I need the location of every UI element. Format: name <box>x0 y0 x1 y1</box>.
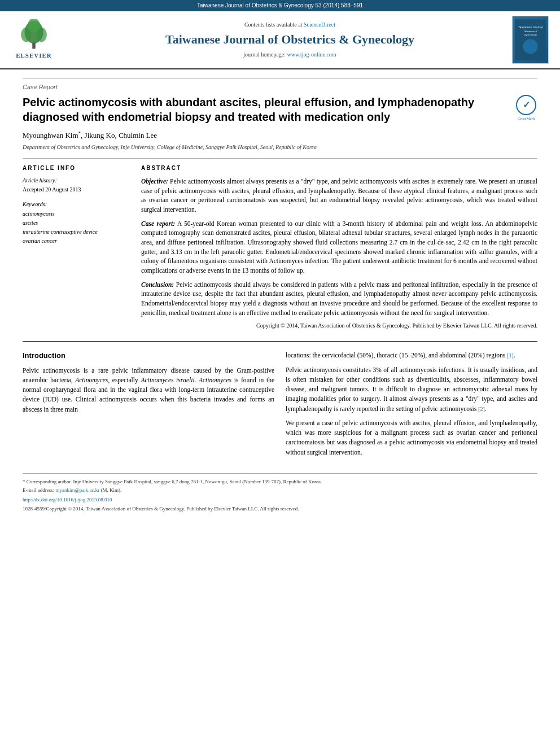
banner-text: Taiwanese Journal of Obstetrics & Gyneco… <box>197 2 363 8</box>
email-footnote: E-mail address: myankim@paik.ac.kr (M. K… <box>23 487 537 494</box>
conclusion-label: Conclusion: <box>141 281 174 288</box>
keyword-item: actinomycosis <box>23 209 130 219</box>
case-report-abstract-label: Case report: <box>141 220 175 227</box>
case-report-text: A 50-year-old Korean woman presented to … <box>141 220 537 274</box>
article-history-label: Article history: <box>23 177 130 185</box>
intro-para3: We present a case of pelvic actinomycosi… <box>286 418 537 457</box>
crossmark-label: CrossMark <box>517 116 535 122</box>
crossmark: ✓ CrossMark <box>515 95 537 122</box>
email-link[interactable]: myankim@paik.ac.kr <box>55 487 99 493</box>
svg-text:Gynecology: Gynecology <box>524 33 537 36</box>
affiliation: Department of Obstetrics and Gynecology,… <box>23 143 537 151</box>
intro-para1: Pelvic actinomycosis is a rare pelvic in… <box>23 366 274 414</box>
copyright: Copyright © 2014, Taiwan Association of … <box>141 322 537 330</box>
svg-text:Obstetrics &: Obstetrics & <box>524 30 537 33</box>
intro-para2: Pelvic actinomycosis constitutes 3% of a… <box>286 365 537 414</box>
elsevier-label: ELSEVIER <box>16 51 52 60</box>
objective-label: Objective: <box>141 178 168 185</box>
journal-homepage: journal homepage: www.tjog-online.com <box>68 51 512 59</box>
sciencedirect-link[interactable]: ScienceDirect <box>304 21 335 28</box>
doi-link[interactable]: http://dx.doi.org/10.1016/j.tjog.2013.08… <box>23 496 537 504</box>
abstract-column: ABSTRACT Objective: Pelvic actinomycosis… <box>141 164 537 330</box>
corresponding-footnote: * Corresponding author. Inje University … <box>23 478 537 486</box>
journal-center: Contents lists available at ScienceDirec… <box>68 21 512 59</box>
svg-text:Taiwanese Journal: Taiwanese Journal <box>518 25 542 29</box>
body-col-left: Introduction Pelvic actinomycosis is a r… <box>23 351 274 462</box>
body-col-right: locations: the cervicofacial (50%), thor… <box>286 351 537 462</box>
sciencedirect-line: Contents lists available at ScienceDirec… <box>68 21 512 29</box>
keywords-list: actinomycosis ascites intrauterine contr… <box>23 209 130 246</box>
journal-header: ELSEVIER Contents lists available at Sci… <box>0 11 560 69</box>
crossmark-icon: ✓ <box>516 95 536 115</box>
keyword-item: ascites <box>23 219 130 228</box>
abstract-conclusion: Conclusion: Pelvic actinomycosis should … <box>141 280 537 318</box>
introduction-heading: Introduction <box>23 351 274 361</box>
journal-title: Taiwanese Journal of Obstetrics & Gyneco… <box>68 31 512 49</box>
conclusion-text: Pelvic actinomycosis should always be co… <box>141 281 537 316</box>
objective-text: Pelvic actinomycosis almost always prese… <box>141 178 537 213</box>
article-history-value: Accepted 20 August 2013 <box>23 186 130 194</box>
two-col-layout: ARTICLE INFO Article history: Accepted 2… <box>23 158 537 330</box>
footnote-area: * Corresponding author. Inje University … <box>23 473 537 512</box>
article-info-heading: ARTICLE INFO <box>23 164 130 172</box>
svg-point-10 <box>526 42 535 51</box>
keyword-item: intrauterine contraceptive device <box>23 228 130 237</box>
elsevier-tree-icon <box>17 19 51 50</box>
case-report-label: Case Report <box>23 78 537 91</box>
body-section: Introduction Pelvic actinomycosis is a r… <box>23 341 537 462</box>
keywords-label: Keywords: <box>23 200 130 208</box>
abstract-case-report: Case report: A 50-year-old Korean woman … <box>141 219 537 276</box>
article-title: Pelvic actinomycosis with abundant ascit… <box>23 95 506 124</box>
homepage-label: journal homepage: <box>243 51 286 58</box>
keyword-item: ovarian cancer <box>23 237 130 246</box>
journal-cover-image: Taiwanese Journal Obstetrics & Gynecolog… <box>512 16 549 64</box>
article-info-column: ARTICLE INFO Article history: Accepted 2… <box>23 164 130 330</box>
top-banner: Taiwanese Journal of Obstetrics & Gyneco… <box>0 0 560 11</box>
authors-line: Myounghwan Kim*, Jikung Ko, Chulmin Lee <box>23 130 537 141</box>
abstract-objective: Objective: Pelvic actinomycosis almost a… <box>141 177 537 215</box>
issn-line: 1028-4559/Copyright © 2014, Taiwan Assoc… <box>23 505 537 513</box>
elsevier-logo: ELSEVIER <box>11 19 56 60</box>
main-content: Case Report Pelvic actinomycosis with ab… <box>0 69 560 522</box>
article-title-row: Pelvic actinomycosis with abundant ascit… <box>23 95 537 124</box>
intro-para1-cont: locations: the cervicofacial (50%), thor… <box>286 351 537 360</box>
homepage-link[interactable]: www.tjog-online.com <box>287 51 336 58</box>
abstract-heading: ABSTRACT <box>141 164 537 172</box>
